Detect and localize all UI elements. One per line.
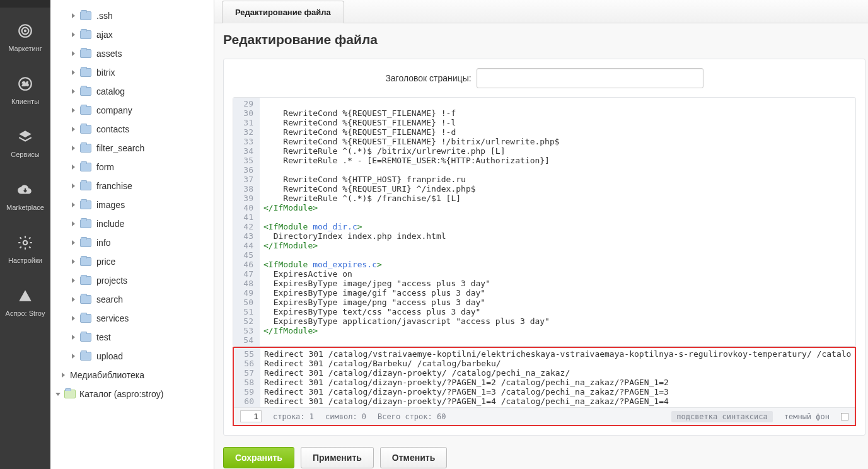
chevron-right-icon — [72, 32, 75, 37]
svg-point-5 — [23, 241, 28, 245]
tree-item-form[interactable]: form — [50, 158, 214, 177]
tree-item-.ssh[interactable]: .ssh — [50, 6, 214, 25]
triangle-icon — [17, 287, 33, 306]
status-line: строка: 1 — [273, 412, 314, 421]
tree-item-test[interactable]: test — [50, 328, 214, 347]
tree-item-label: bitrix — [96, 67, 115, 78]
nav-triangle[interactable]: Аспро: Stroy — [6, 280, 45, 325]
code-area[interactable]: Redirect 301 /catalog/vstraivaemye-kopti… — [260, 348, 855, 407]
tree-item-images[interactable]: images — [50, 195, 214, 214]
nav-label: Аспро: Stroy — [6, 310, 45, 317]
tree-item-bitrix[interactable]: bitrix — [50, 63, 214, 82]
tree-item-label: info — [96, 238, 111, 248]
dark-theme-label: темный фон — [784, 412, 830, 421]
status-total: Всего строк: 60 — [378, 412, 446, 421]
tree-item-catalog[interactable]: catalog — [50, 82, 214, 101]
goto-line-input[interactable] — [240, 410, 262, 422]
nav-target[interactable]: Маркетинг — [6, 15, 45, 61]
tree-item-info[interactable]: info — [50, 233, 214, 252]
folder-icon — [80, 163, 91, 171]
chevron-right-icon — [72, 108, 75, 113]
tree-item-label: upload — [96, 351, 123, 361]
chevron-down-icon — [55, 393, 61, 396]
folder-icon — [80, 276, 91, 285]
tree-item-filter_search[interactable]: filter_search — [50, 139, 214, 158]
nav-clock24[interactable]: 24Клиенты — [6, 68, 45, 113]
tree-item-price[interactable]: price — [50, 252, 214, 271]
tree-item-label: services — [96, 313, 129, 323]
tree-item-assets[interactable]: assets — [50, 44, 214, 63]
nav-layers[interactable]: Сервисы — [6, 121, 45, 166]
folder-icon — [80, 182, 91, 190]
nav-label: Marketplace — [6, 204, 44, 211]
code-editor[interactable]: 2930313233343536373839404142434445464748… — [233, 97, 856, 347]
tree-item-ajax[interactable]: ajax — [50, 25, 214, 44]
tree-item-catalog-aspro[interactable]: Каталог (aspro:stroy) — [50, 385, 214, 403]
tree-item-label: images — [96, 200, 125, 210]
chevron-right-icon — [72, 240, 75, 245]
folder-tree[interactable]: .sshajaxassetsbitrixcatalogcompanycontac… — [50, 0, 214, 469]
nav-gear[interactable]: Настройки — [6, 227, 45, 272]
title-input[interactable] — [477, 68, 703, 88]
tree-item-upload[interactable]: upload — [50, 347, 214, 366]
tree-item-label: form — [96, 162, 114, 172]
chevron-right-icon — [72, 146, 75, 151]
chevron-right-icon — [72, 259, 75, 264]
top-bar-stub — [0, 0, 50, 8]
tree-item-label: price — [96, 257, 115, 267]
main-panel: Редактирование файла Редактирование файл… — [214, 0, 868, 469]
main-nav-rail: Маркетинг24КлиентыСервисыMarketplaceНаст… — [0, 0, 50, 469]
tree-item-label: .ssh — [96, 11, 113, 21]
save-button[interactable]: Сохранить — [223, 447, 294, 468]
code-area[interactable]: RewriteCond %{REQUEST_FILENAME} !-f Rewr… — [260, 98, 855, 346]
apply-button[interactable]: Применить — [301, 447, 374, 468]
tree-item-label: catalog — [96, 86, 125, 96]
chevron-right-icon — [72, 183, 75, 188]
cancel-button[interactable]: Отменить — [380, 447, 447, 468]
tree-item-label: filter_search — [96, 143, 144, 153]
tree-item-contacts[interactable]: contacts — [50, 120, 214, 139]
chevron-right-icon — [72, 70, 75, 75]
chevron-right-icon — [72, 89, 75, 94]
tree-item-label: projects — [96, 275, 127, 286]
tree-item-projects[interactable]: projects — [50, 271, 214, 290]
chevron-right-icon — [72, 13, 75, 18]
tab-edit-file[interactable]: Редактирование файла — [222, 1, 344, 23]
chevron-right-icon — [72, 316, 75, 321]
folder-icon — [80, 238, 91, 247]
chevron-right-icon — [72, 127, 75, 132]
folder-icon — [80, 11, 91, 20]
svg-text:24: 24 — [22, 81, 28, 88]
gear-icon — [17, 234, 33, 253]
tree-item-franchise[interactable]: franchise — [50, 177, 214, 195]
dark-theme-checkbox[interactable] — [841, 413, 848, 420]
tree-item-company[interactable]: company — [50, 101, 214, 120]
editor-card: Заголовок страницы: 29303132333435363738… — [223, 59, 865, 436]
folder-icon — [80, 68, 91, 77]
svg-point-2 — [25, 30, 26, 32]
tree-item-search[interactable]: search — [50, 290, 214, 309]
nav-cloud[interactable]: Marketplace — [6, 174, 45, 219]
tree-item-media[interactable]: Медиабиблиотека — [50, 366, 214, 385]
folder-icon — [80, 87, 91, 96]
folder-icon — [80, 219, 91, 228]
folder-icon — [80, 200, 91, 209]
nav-label: Настройки — [8, 257, 42, 264]
line-gutter: 2930313233343536373839404142434445464748… — [233, 98, 260, 346]
tree-item-label: contacts — [96, 124, 129, 134]
chevron-right-icon — [72, 278, 75, 283]
chevron-right-icon — [62, 373, 65, 378]
tree-item-label: include — [96, 219, 124, 229]
chevron-right-icon — [72, 297, 75, 302]
folder-icon — [80, 125, 91, 134]
chevron-right-icon — [72, 51, 75, 56]
tree-item-include[interactable]: include — [50, 214, 214, 233]
syntax-highlight-hint[interactable]: подсветка синтаксиса — [671, 411, 773, 422]
tree-item-label: company — [96, 105, 132, 115]
nav-label: Клиенты — [11, 98, 39, 105]
tree-item-label: ajax — [96, 30, 113, 40]
tree-item-label: assets — [96, 49, 122, 59]
tree-item-services[interactable]: services — [50, 309, 214, 328]
folder-icon — [80, 49, 91, 58]
nav-label: Сервисы — [11, 151, 40, 158]
